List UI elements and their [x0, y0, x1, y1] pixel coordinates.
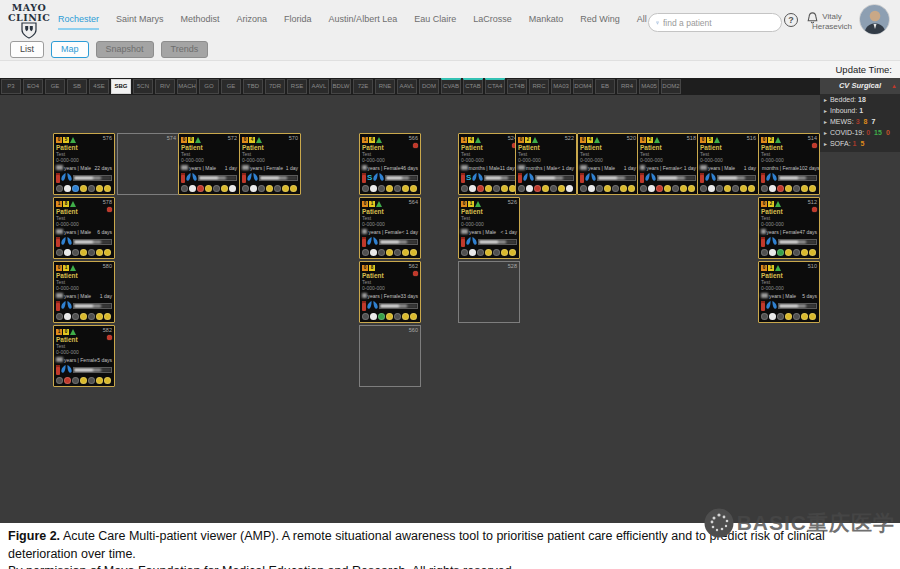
- panel-collapse-icon[interactable]: ▲: [891, 78, 897, 94]
- trend-bar-fill: [74, 368, 111, 372]
- unit-tab-bdlw-15[interactable]: BDLW: [331, 79, 351, 94]
- nav-item-florida[interactable]: Florida: [284, 14, 312, 30]
- patient-search-input[interactable]: [663, 18, 774, 28]
- unit-tab-cvab-20[interactable]: CVAB: [441, 79, 461, 94]
- unit-tab-go-9[interactable]: GO: [199, 79, 219, 94]
- patient-card-510[interactable]: 51001PatientTest0-000-000years | Male5 d…: [758, 261, 820, 323]
- unit-tab-rse-13[interactable]: RSE: [287, 79, 307, 94]
- user-avatar[interactable]: [859, 4, 890, 35]
- nav-item-mankato[interactable]: Mankato: [529, 14, 564, 30]
- lungs-icon: [61, 365, 72, 375]
- nav-item-austin-albert-lea[interactable]: Austin/Albert Lea: [329, 14, 398, 30]
- patient-card-580[interactable]: 58001PatientTest0-000-000years | Male1 d…: [53, 261, 115, 323]
- unit-tab-mach-8[interactable]: MACH: [177, 79, 197, 94]
- unit-tab-sbg-5[interactable]: SBG: [111, 79, 131, 94]
- device-row: [181, 172, 237, 184]
- unit-tab-eb-27[interactable]: EB: [595, 79, 615, 94]
- patient-card-564[interactable]: 56401PatientTest0-000-000years | Female<…: [359, 197, 421, 259]
- caption-line1: Acute Care Multi-patient viewer (AMP). A…: [8, 529, 825, 561]
- patient-card-516[interactable]: 51605PatientTest0-000-000years | Male1 d…: [697, 133, 759, 195]
- unit-tab-dom2-30[interactable]: DOM2: [661, 79, 681, 94]
- unit-tab-ct4b-23[interactable]: CT4B: [507, 79, 527, 94]
- status-dot-d: [700, 185, 707, 192]
- iv-pump-icon: [181, 173, 185, 183]
- redacted-age: [56, 357, 63, 362]
- nav-item-eau-claire[interactable]: Eau Claire: [414, 14, 456, 30]
- patient-card-570[interactable]: 57004PatientTest0-000-000years | Female1…: [239, 133, 301, 195]
- patient-mrn: 0-000-000: [362, 285, 418, 291]
- unit-tab-rne-17[interactable]: RNE: [375, 79, 395, 94]
- nav-item-lacrosse[interactable]: LaCrosse: [473, 14, 512, 30]
- view-tab-list[interactable]: List: [10, 41, 44, 58]
- unit-tab-4se-4[interactable]: 4SE: [89, 79, 109, 94]
- patient-card-526[interactable]: 52601PatientTest0-000-000years | Male< 1…: [458, 197, 520, 259]
- patient-card-566[interactable]: 56616PatientTest0-000-000years | Female4…: [359, 133, 421, 195]
- unit-tab-ge-10[interactable]: GE: [221, 79, 241, 94]
- unit-tab-ma03-25[interactable]: MA03: [551, 79, 571, 94]
- status-dot-y: [221, 185, 228, 192]
- acuity-chip-yellow: 2: [768, 201, 774, 207]
- alert-dot-icon: [812, 207, 817, 212]
- unit-tab-ctab-21[interactable]: CTAB: [463, 79, 483, 94]
- lungs-icon: [367, 237, 378, 247]
- patient-name: Patient: [242, 144, 298, 151]
- patient-card-522[interactable]: 52202PatientTest0-000-000months | Male< …: [515, 133, 577, 195]
- acuity-chip-yellow: 4: [249, 137, 255, 143]
- patient-card-572[interactable]: 57200PatientTest0-000-000years | Male1 d…: [178, 133, 240, 195]
- patient-card-514[interactable]: 51402PatientTest0-000-000months | Female…: [758, 133, 820, 195]
- nav-item-methodist[interactable]: Methodist: [181, 14, 220, 30]
- lungs-icon: [186, 173, 197, 183]
- lungs-icon: [61, 173, 72, 183]
- allergy-triangle-icon: [775, 265, 781, 271]
- age-sex-text: years | Male: [64, 229, 91, 235]
- view-tab-map[interactable]: Map: [51, 41, 89, 58]
- patient-card-578[interactable]: 57818PatientTest0-000-000years | Male6 d…: [53, 197, 115, 259]
- nav-item-red-wing[interactable]: Red Wing: [580, 14, 620, 30]
- view-tab-snapshot[interactable]: Snapshot: [96, 41, 154, 58]
- nav-item-rochester[interactable]: Rochester: [58, 14, 99, 30]
- unit-tab-ge-2[interactable]: GE: [45, 79, 65, 94]
- unit-tab-5cn-6[interactable]: 5CN: [133, 79, 153, 94]
- status-dot-b: [72, 185, 79, 192]
- patient-card-518[interactable]: 51802PatientTest0-000-000years | Female<…: [637, 133, 699, 195]
- filter-funnel-icon: [656, 18, 659, 28]
- status-dot-w: [250, 185, 257, 192]
- unit-tab-p3-0[interactable]: P3: [1, 79, 21, 94]
- unit-tab-rr4-28[interactable]: RR4: [617, 79, 637, 94]
- unit-tab-aavl-18[interactable]: AAVL: [397, 79, 417, 94]
- status-dot-d: [596, 185, 603, 192]
- patient-card-520[interactable]: 52004PatientTest0-000-000years | Male1 d…: [577, 133, 639, 195]
- patient-card-512[interactable]: 51202PatientTest0-000-000years | Female4…: [758, 197, 820, 259]
- patient-card-576[interactable]: 57605PatientTest0-000-000years | Male22 …: [53, 133, 115, 195]
- unit-tab-eo4-1[interactable]: EO4: [23, 79, 43, 94]
- unit-panel-title: CV Surgical: [839, 81, 881, 90]
- view-tab-trends[interactable]: Trends: [161, 41, 209, 58]
- unit-tab-tbd-11[interactable]: TBD: [243, 79, 263, 94]
- alert-dot-icon: [107, 335, 112, 340]
- room-number: 570: [289, 135, 298, 141]
- unit-tab-cta4-22[interactable]: CTA4: [485, 79, 505, 94]
- patient-card-562[interactable]: 56208PatientTest0-000-000years | Female3…: [359, 261, 421, 323]
- nav-item-all[interactable]: All: [637, 14, 647, 30]
- unit-tab-rrc-24[interactable]: RRC: [529, 79, 549, 94]
- patient-card-524[interactable]: 52414PatientTest0-000-000months | Male11…: [458, 133, 520, 195]
- patient-card-582[interactable]: 58210PatientTest0-000-000years | Female5…: [53, 325, 115, 387]
- nav-item-saint-marys[interactable]: Saint Marys: [116, 14, 164, 30]
- unit-tab-72e-16[interactable]: 72E: [353, 79, 373, 94]
- patient-demographics: years | Male1 day: [580, 165, 636, 171]
- unit-tab-dom-19[interactable]: DOM: [419, 79, 439, 94]
- unit-tab-riv-7[interactable]: RIV: [155, 79, 175, 94]
- status-dot-w: [370, 249, 377, 256]
- trend-bar: [778, 239, 817, 245]
- nav-item-arizona[interactable]: Arizona: [237, 14, 268, 30]
- unit-tab-sb-3[interactable]: SB: [67, 79, 87, 94]
- unit-panel-header[interactable]: CV Surgical ▲: [820, 78, 900, 94]
- unit-tab-aavl-14[interactable]: AAVL: [309, 79, 329, 94]
- unit-tab-ma05-29[interactable]: MA05: [639, 79, 659, 94]
- patient-search-box[interactable]: [648, 13, 782, 32]
- unit-tab-7dr-12[interactable]: 7DR: [265, 79, 285, 94]
- age-sex-text: years | Female: [646, 165, 679, 171]
- help-icon[interactable]: ?: [784, 13, 798, 27]
- status-dot-y: [809, 249, 816, 256]
- unit-tab-dom4-26[interactable]: DOM4: [573, 79, 593, 94]
